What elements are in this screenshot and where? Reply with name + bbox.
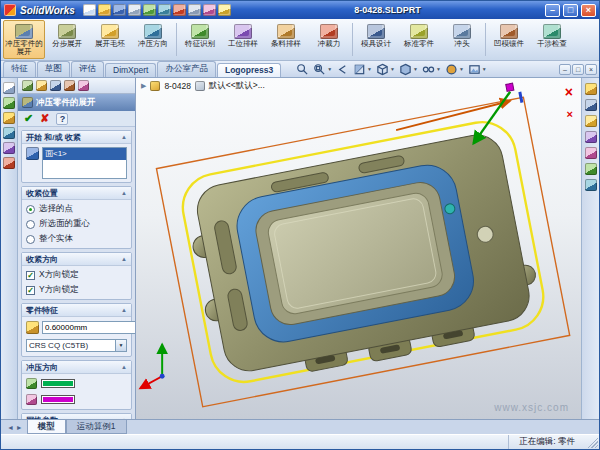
tree-expand-icon[interactable]: ▶ [141, 82, 146, 90]
feature-tree-tab-icon[interactable] [22, 80, 33, 91]
toolbar-button-die-design[interactable]: 模具设计 [355, 20, 397, 59]
graphics-area[interactable]: ▶ 8-0428 默认<<默认>... × × www.xsjc.com [136, 78, 581, 419]
doc-restore-button[interactable]: □ [572, 64, 584, 75]
checkbox-y-lock[interactable]: ✓ [26, 286, 35, 295]
zoom-fit-icon[interactable] [296, 63, 309, 76]
apply-scene-icon[interactable]: ▼ [468, 63, 487, 76]
radio-face-centroid[interactable] [26, 220, 35, 229]
ok-button[interactable]: ✔ [24, 113, 33, 124]
model-3d-part[interactable] [136, 78, 581, 419]
toolbar-button-stamp-direction[interactable]: 冲压方向 [132, 20, 174, 59]
file-explorer-icon[interactable] [585, 115, 597, 127]
display-style-icon[interactable]: ▼ [399, 63, 418, 76]
toolbar-button-die-insert[interactable]: 凹模镶件 [488, 20, 530, 59]
tab-sketch[interactable]: 草图 [37, 61, 70, 77]
dimxpert-manager-tab-icon[interactable] [64, 80, 75, 91]
confirmation-cancel-icon-small[interactable]: × [567, 108, 573, 120]
pm-help-button[interactable]: ? [56, 113, 68, 125]
pattern-tool-icon[interactable] [3, 157, 15, 169]
tab-office-products[interactable]: 办公室产品 [157, 61, 216, 77]
group-title: 收紧位置 [26, 188, 58, 199]
view-palette-icon[interactable] [585, 131, 597, 143]
radio-whole-body[interactable] [26, 235, 35, 244]
group-header-stamp-direction[interactable]: 冲压方向 ▲ [22, 361, 131, 374]
print-icon[interactable] [128, 4, 141, 16]
toolbar-button-label: 冲压零件的展开 [3, 40, 45, 56]
resize-grip[interactable] [586, 436, 598, 448]
design-library-icon[interactable] [585, 99, 597, 111]
checkbox-row-y-lock[interactable]: ✓ Y方向锁定 [26, 284, 127, 296]
tab-dimxpert[interactable]: DimXpert [105, 63, 156, 77]
thickness-input[interactable] [42, 321, 135, 334]
minimize-button[interactable]: – [545, 4, 560, 17]
material-select[interactable]: CRS CQ (C5TB) ▼ [26, 339, 127, 352]
appearances-scenes-icon[interactable] [585, 147, 597, 159]
group-header-start-face[interactable]: 开始 和/或 收紧 ▲ [22, 131, 131, 144]
flyout-part-name[interactable]: 8-0428 [164, 81, 190, 91]
toolbar-button-cutting-force[interactable]: 冲裁力 [308, 20, 350, 59]
solidworks-resources-icon[interactable] [585, 83, 597, 95]
undo-icon[interactable] [143, 4, 156, 16]
trim-tool-icon[interactable] [3, 127, 15, 139]
display-manager-tab-icon[interactable] [78, 80, 89, 91]
custom-properties-icon[interactable] [585, 163, 597, 175]
dropdown-arrow-icon[interactable]: ▼ [115, 340, 126, 351]
radio-row-face-centroid[interactable]: 所选面的重心 [26, 218, 127, 230]
checkbox-row-x-lock[interactable]: ✓ X方向锁定 [26, 269, 127, 281]
toolbar-button-punch[interactable]: 冲头 [441, 20, 483, 59]
confirmation-cancel-icon[interactable]: × [565, 86, 573, 98]
toolbar-button-feature-recognition[interactable]: 特征识别 [179, 20, 221, 59]
tab-model[interactable]: 模型 [27, 420, 66, 434]
rebuild-icon[interactable] [173, 4, 186, 16]
new-document-icon[interactable] [83, 4, 96, 16]
drawings-icon[interactable] [585, 179, 597, 191]
selected-face-item[interactable]: 面<1> [43, 148, 126, 160]
hide-show-items-icon[interactable]: ▼ [422, 63, 441, 76]
view-orientation-icon[interactable]: ▼ [376, 63, 395, 76]
save-icon[interactable] [113, 4, 126, 16]
edit-appearance-icon[interactable]: ▼ [445, 63, 464, 76]
selection-listbox[interactable]: 面<1> [42, 147, 127, 179]
doc-close-button[interactable]: × [585, 64, 597, 75]
select-arrow-icon[interactable] [3, 82, 15, 94]
toolbar-button-interference-check[interactable]: 干涉检查 [531, 20, 573, 59]
tab-scroll-arrows[interactable]: ◄ ► [3, 420, 27, 434]
doc-minimize-button[interactable]: – [559, 64, 571, 75]
group-header-part-features[interactable]: 零件特征 ▲ [22, 304, 131, 317]
mirror-tool-icon[interactable] [3, 142, 15, 154]
radio-row-whole-body[interactable]: 整个实体 [26, 233, 127, 245]
tab-motion-study[interactable]: 运动算例1 [66, 420, 127, 434]
moving-direction-color-swatch[interactable] [41, 395, 75, 404]
previous-view-icon[interactable] [336, 63, 349, 76]
configuration-manager-tab-icon[interactable] [50, 80, 61, 91]
toolbar-button-standard-parts[interactable]: 标准零件 [398, 20, 440, 59]
help-icon[interactable] [218, 4, 231, 16]
flyout-config-name[interactable]: 默认<<默认>... [209, 80, 265, 92]
open-document-icon[interactable] [98, 4, 111, 16]
tab-logopress3[interactable]: Logopress3 [217, 63, 281, 77]
toolbar-button-step-unfold[interactable]: 分步展开 [46, 20, 88, 59]
group-header-keep-direction[interactable]: 收紧方向 ▲ [22, 253, 131, 266]
maximize-button[interactable]: □ [563, 4, 578, 17]
toolbar-button-unfold-stamped-part[interactable]: 冲压零件的展开 [3, 20, 45, 59]
toolbar-button-station-layout[interactable]: 工位排样 [222, 20, 264, 59]
options-gear-icon[interactable] [188, 4, 201, 16]
cancel-button[interactable]: ✘ [40, 113, 49, 124]
tab-evaluate[interactable]: 评估 [71, 61, 104, 77]
toolbar-button-blank[interactable]: 展开毛坯 [89, 20, 131, 59]
sketch-tool-icon[interactable] [3, 97, 15, 109]
fixed-direction-color-swatch[interactable] [41, 379, 75, 388]
section-view-icon[interactable]: ▼ [353, 63, 372, 76]
radio-selected-point[interactable] [26, 205, 35, 214]
zoom-area-icon[interactable]: ▼ [313, 63, 332, 76]
radio-row-selected-point[interactable]: 选择的点 [26, 203, 127, 215]
property-manager-tab-icon[interactable] [36, 80, 47, 91]
checkbox-x-lock[interactable]: ✓ [26, 271, 35, 280]
dimension-tool-icon[interactable] [3, 112, 15, 124]
toolbar-button-strip-layout[interactable]: 条料排样 [265, 20, 307, 59]
group-header-keep-position[interactable]: 收紧位置 ▲ [22, 187, 131, 200]
tab-features[interactable]: 特征 [3, 61, 36, 77]
close-button[interactable]: × [581, 4, 596, 17]
appearance-icon[interactable] [203, 4, 216, 16]
redo-icon[interactable] [158, 4, 171, 16]
